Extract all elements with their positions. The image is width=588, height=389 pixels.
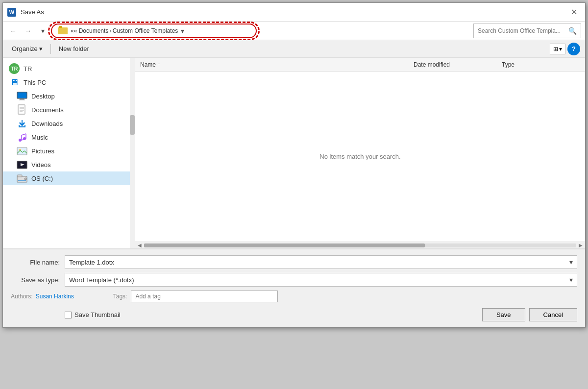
save-type-value: Word Template (*.dotx)	[69, 276, 134, 284]
sidebar-label-videos: Videos	[31, 161, 51, 169]
svg-rect-16	[17, 147, 27, 155]
divider	[50, 44, 51, 54]
organize-dropdown-arrow: ▾	[39, 45, 43, 52]
thumbnail-checkbox[interactable]	[65, 312, 72, 318]
svg-point-10	[19, 139, 22, 142]
organize-button[interactable]: Organize ▾	[8, 43, 47, 54]
breadcrumb-prefix: «« Documents	[71, 27, 108, 34]
organize-label: Organize	[12, 45, 38, 52]
view-dropdown-arrow: ▾	[559, 46, 562, 52]
sidebar-item-desktop[interactable]: Desktop	[3, 89, 135, 103]
svg-rect-21	[18, 180, 26, 181]
view-icons-area: ⊞ ▾ ?	[550, 43, 580, 55]
close-button[interactable]: ✕	[566, 5, 581, 20]
actions-bar: Organize ▾ New folder ⊞ ▾ ?	[3, 40, 585, 58]
sidebar-scrollbar-thumb	[130, 115, 135, 135]
file-name-input[interactable]: Template 1.dotx ▾	[65, 255, 577, 269]
sidebar-label-os-c: OS (C:)	[31, 175, 53, 182]
file-name-label: File name:	[11, 259, 65, 266]
folder-icon	[58, 27, 68, 34]
scroll-track[interactable]	[144, 243, 576, 247]
back-button[interactable]: ←	[7, 24, 20, 37]
scroll-right-arrow[interactable]: ▶	[577, 242, 584, 249]
sidebar-scrollbar[interactable]	[130, 58, 135, 248]
breadcrumb-separator: ›	[109, 27, 111, 34]
scroll-left-arrow[interactable]: ◀	[136, 242, 143, 249]
tr-icon: TR	[9, 64, 20, 73]
file-name-dropdown[interactable]: ▾	[569, 258, 573, 266]
file-area-empty: No items match your search.	[135, 72, 585, 242]
dialog-title: Save As	[21, 8, 566, 16]
main-content: TR TR 🖥 This PC Desktop	[3, 58, 585, 249]
sidebar-item-pictures[interactable]: Pictures	[3, 144, 135, 158]
sidebar-item-this-pc[interactable]: 🖥 This PC	[3, 75, 135, 89]
svg-rect-3	[18, 105, 25, 114]
new-folder-button[interactable]: New folder	[55, 43, 93, 54]
file-header: Name ↑ Date modified Type	[135, 58, 585, 72]
authors-value[interactable]: Susan Harkins	[36, 293, 74, 300]
authors-label: Authors:	[11, 293, 33, 300]
help-button[interactable]: ?	[567, 43, 580, 55]
sidebar: TR TR 🖥 This PC Desktop	[3, 58, 135, 248]
tags-input[interactable]	[131, 291, 278, 302]
save-button[interactable]: Save	[482, 308, 525, 321]
downloads-icon	[17, 119, 27, 128]
svg-line-15	[22, 134, 26, 135]
sidebar-item-tr[interactable]: TR TR	[3, 62, 135, 75]
address-dropdown-arrow[interactable]: ▾	[181, 27, 184, 35]
search-icon: 🔍	[568, 27, 577, 35]
file-name-row: File name: Template 1.dotx ▾	[11, 255, 577, 269]
videos-icon	[17, 160, 27, 169]
sidebar-label-desktop: Desktop	[31, 93, 55, 100]
empty-message: No items match your search.	[319, 153, 400, 160]
col-name-header[interactable]: Name ↑	[140, 61, 414, 68]
sidebar-item-documents[interactable]: Documents	[3, 103, 135, 117]
app-icon: W	[7, 7, 17, 17]
sidebar-label-music: Music	[31, 134, 48, 141]
sort-arrow: ↑	[158, 62, 160, 67]
file-name-value: Template 1.dotx	[69, 259, 114, 266]
save-type-input[interactable]: Word Template (*.dotx) ▾	[65, 273, 577, 287]
this-pc-icon: 🖥	[9, 78, 20, 87]
svg-rect-0	[17, 92, 27, 98]
save-as-dialog: W Save As ✕ ← → ▾ «« Documents › Custom …	[2, 2, 586, 328]
scroll-thumb	[144, 243, 425, 247]
os-c-icon	[17, 174, 27, 183]
svg-rect-22	[17, 175, 22, 177]
save-type-dropdown[interactable]: ▾	[569, 276, 573, 284]
col-type-header[interactable]: Type	[502, 61, 580, 68]
cancel-button[interactable]: Cancel	[529, 308, 577, 321]
view-toggle-button[interactable]: ⊞ ▾	[550, 44, 565, 54]
file-pane: Name ↑ Date modified Type No items match…	[135, 58, 585, 248]
desktop-icon	[17, 92, 27, 100]
footer-section: File name: Template 1.dotx ▾ Save as typ…	[3, 249, 585, 327]
sidebar-label-pictures: Pictures	[31, 147, 54, 155]
sidebar-item-downloads[interactable]: Downloads	[3, 117, 135, 130]
sidebar-item-music[interactable]: Music	[3, 130, 135, 144]
sidebar-item-os-c[interactable]: OS (C:)	[3, 171, 135, 185]
search-input[interactable]	[478, 27, 568, 34]
meta-row: Authors: Susan Harkins Tags:	[11, 291, 577, 302]
address-bar[interactable]: «« Documents › Custom Office Templates ▾	[51, 24, 257, 38]
tags-label: Tags:	[113, 293, 127, 300]
save-type-row: Save as type: Word Template (*.dotx) ▾	[11, 273, 577, 287]
sidebar-label-tr: TR	[24, 65, 32, 73]
search-bar: 🔍	[473, 24, 581, 38]
navigation-toolbar: ← → ▾ «« Documents › Custom Office Templ…	[3, 22, 585, 40]
forward-button[interactable]: →	[22, 24, 34, 37]
thumbnail-area: Save Thumbnail	[65, 311, 121, 318]
col-name-label: Name	[140, 61, 156, 68]
pictures-icon	[17, 146, 27, 155]
save-type-label: Save as type:	[11, 276, 65, 284]
sidebar-label-documents: Documents	[31, 106, 64, 114]
sidebar-label-downloads: Downloads	[31, 120, 63, 127]
breadcrumb-current: Custom Office Templates	[113, 27, 178, 34]
title-bar: W Save As ✕	[3, 3, 585, 22]
sidebar-label-this-pc: This PC	[24, 79, 46, 86]
svg-rect-2	[19, 99, 25, 100]
sidebar-item-videos[interactable]: Videos	[3, 158, 135, 171]
horizontal-scrollbar[interactable]: ◀ ▶	[135, 242, 585, 248]
history-dropdown-button[interactable]: ▾	[36, 24, 49, 37]
thumbnail-label: Save Thumbnail	[74, 311, 121, 318]
col-date-header[interactable]: Date modified	[414, 61, 502, 68]
